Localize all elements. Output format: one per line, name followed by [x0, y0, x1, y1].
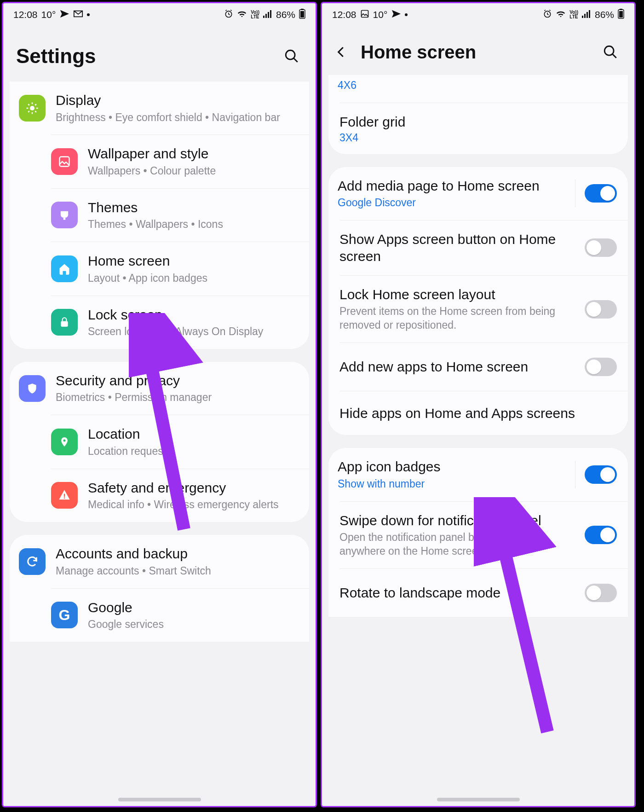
settings-item-security[interactable]: Security and privacy Biometrics • Permis…	[10, 362, 309, 415]
battery-icon	[299, 9, 305, 21]
toggle-lock-layout[interactable]	[585, 300, 617, 319]
status-bar: 12:08 10° Vo))LTE 86%	[3, 3, 316, 26]
back-button[interactable]	[330, 41, 352, 63]
group-badges: App icon badges Show with number Swipe d…	[328, 448, 628, 617]
toggle-add-new-apps[interactable]	[585, 358, 617, 376]
item-title: Add media page to Home screen	[338, 177, 565, 195]
setting-row-rotate[interactable]: Rotate to landscape mode	[339, 568, 628, 617]
toggle-rotate[interactable]	[585, 584, 617, 602]
item-sub: Google services	[88, 618, 298, 632]
alarm-icon	[543, 9, 552, 21]
toggle-swipe-notification[interactable]	[585, 526, 617, 544]
settings-group-appearance: Display Brightness • Eye comfort shield …	[10, 81, 309, 349]
svg-rect-24	[620, 9, 622, 10]
svg-rect-12	[61, 321, 68, 327]
home-icon	[51, 255, 78, 282]
item-sub: Wallpapers • Colour palette	[88, 164, 298, 178]
item-title: Google	[88, 599, 298, 616]
sync-icon	[19, 548, 46, 575]
status-time: 12:08	[332, 9, 356, 20]
settings-item-wallpaper[interactable]: Wallpaper and style Wallpapers • Colour …	[51, 134, 309, 188]
setting-row-icon-badges[interactable]: App icon badges Show with number	[328, 448, 628, 501]
setting-row-swipe-notification[interactable]: Swipe down for notification panel Open t…	[339, 501, 628, 568]
settings-item-safety[interactable]: Safety and emergency Medical info • Wire…	[51, 469, 309, 522]
svg-rect-3	[268, 12, 269, 18]
svg-point-25	[604, 46, 614, 55]
toggle-icon-badges[interactable]	[585, 465, 617, 484]
settings-group-privacy: Security and privacy Biometrics • Permis…	[10, 362, 309, 522]
setting-row-hide-apps[interactable]: Hide apps on Home and Apps screens	[339, 391, 628, 435]
settings-item-accounts[interactable]: Accounts and backup Manage accounts • Sm…	[10, 535, 309, 588]
settings-item-location[interactable]: Location Location requests	[51, 415, 309, 468]
item-sub: Brightness • Eye comfort shield • Naviga…	[56, 111, 298, 125]
nav-handle[interactable]	[437, 798, 520, 801]
svg-rect-7	[301, 9, 304, 10]
svg-rect-1	[263, 16, 264, 18]
setting-row-add-new-apps[interactable]: Add new apps to Home screen	[339, 342, 628, 391]
svg-rect-15	[64, 498, 65, 499]
page-title: Home screen	[361, 42, 591, 63]
svg-rect-14	[64, 494, 65, 497]
item-title: Show Apps screen button on Home screen	[339, 231, 575, 265]
settings-item-themes[interactable]: Themes Themes • Wallpapers • Icons	[51, 188, 309, 242]
setting-row-folder-grid[interactable]: Folder grid 3X4	[339, 103, 628, 154]
item-title: Display	[56, 92, 298, 109]
wifi-icon	[237, 9, 247, 20]
signal-icon	[582, 9, 591, 20]
item-title: Rotate to landscape mode	[339, 584, 575, 602]
item-sub: Biometrics • Permission manager	[56, 391, 298, 405]
setting-row-media-page[interactable]: Add media page to Home screen Google Dis…	[328, 167, 628, 220]
svg-rect-20	[586, 12, 588, 18]
settings-item-lock-screen[interactable]: Lock screen Screen lock type • Always On…	[51, 296, 309, 349]
svg-rect-23	[619, 11, 623, 17]
group-grid: 4X6 Folder grid 3X4	[328, 75, 628, 154]
settings-item-google[interactable]: G Google Google services	[51, 588, 309, 642]
grid-value: 4X6	[338, 79, 617, 92]
toggle-apps-button[interactable]	[585, 238, 617, 257]
item-sub: Medical info • Wireless emergency alerts	[88, 498, 298, 512]
google-icon: G	[51, 602, 78, 628]
item-sub: Location requests	[88, 445, 298, 458]
settings-item-display[interactable]: Display Brightness • Eye comfort shield …	[10, 81, 309, 134]
status-battery-pct: 86%	[276, 9, 295, 20]
svg-rect-10	[60, 157, 69, 167]
page-title: Settings	[16, 45, 272, 68]
signal-icon	[263, 9, 272, 20]
item-sub: Screen lock type • Always On Display	[88, 325, 298, 339]
setting-row-lock-layout[interactable]: Lock Home screen layout Prevent items on…	[339, 275, 628, 342]
item-sub: Google Discover	[338, 196, 565, 210]
item-title: Add new apps to Home screen	[339, 358, 575, 376]
settings-list: Display Brightness • Eye comfort shield …	[3, 81, 316, 806]
lock-icon	[51, 309, 78, 336]
item-title: Safety and emergency	[88, 479, 298, 497]
setting-row-grid-partial[interactable]: 4X6	[328, 75, 628, 103]
item-sub: Prevent items on the Home screen from be…	[339, 305, 575, 332]
settings-item-home-screen[interactable]: Home screen Layout • App icon badges	[51, 242, 309, 295]
search-button[interactable]	[281, 45, 303, 67]
wifi-icon	[556, 9, 566, 20]
more-dot-icon	[87, 13, 90, 16]
nav-handle[interactable]	[118, 798, 201, 801]
item-title: Accounts and backup	[56, 545, 298, 563]
svg-rect-6	[300, 11, 304, 17]
toggle-media-page[interactable]	[585, 184, 617, 203]
status-temp: 10°	[41, 9, 56, 20]
status-time: 12:08	[13, 9, 38, 20]
item-title: Home screen	[88, 252, 298, 270]
settings-group-accounts: Accounts and backup Manage accounts • Sm…	[10, 535, 309, 642]
item-title: Security and privacy	[56, 372, 298, 389]
svg-rect-16	[361, 10, 368, 17]
shield-icon	[19, 375, 46, 402]
search-button[interactable]	[599, 41, 621, 63]
picture-icon	[360, 9, 369, 21]
svg-rect-11	[63, 218, 66, 220]
image-icon	[51, 148, 78, 175]
status-bar: 12:08 10° Vo))LTE 86%	[322, 3, 634, 26]
item-sub: Layout • App icon badges	[88, 272, 298, 285]
alert-icon	[51, 482, 78, 509]
setting-row-apps-button[interactable]: Show Apps screen button on Home screen	[339, 220, 628, 275]
volte-icon: Vo))LTE	[251, 10, 259, 19]
sun-icon	[19, 95, 46, 122]
item-sub: Themes • Wallpapers • Icons	[88, 218, 298, 232]
alarm-icon	[224, 9, 233, 21]
